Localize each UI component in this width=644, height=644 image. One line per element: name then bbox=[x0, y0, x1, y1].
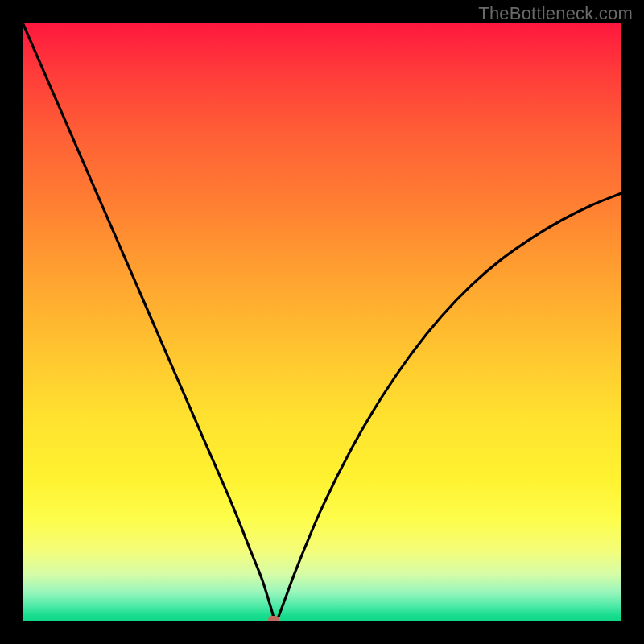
bottleneck-curve bbox=[23, 23, 621, 620]
optimum-marker bbox=[268, 616, 279, 621]
plot-area bbox=[23, 23, 621, 621]
chart-frame: TheBottleneck.com bbox=[0, 0, 644, 644]
curve-layer bbox=[23, 23, 621, 621]
watermark-text: TheBottleneck.com bbox=[478, 3, 633, 24]
